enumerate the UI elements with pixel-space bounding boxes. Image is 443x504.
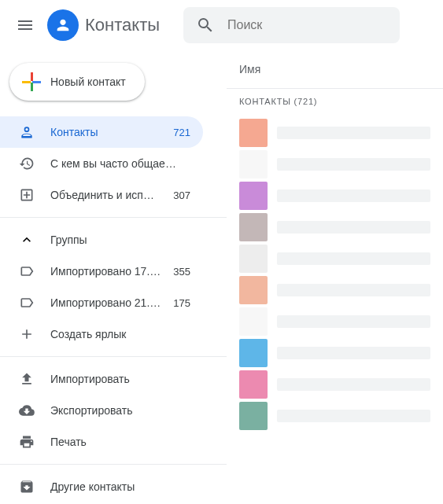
menu-button[interactable] [6,6,44,44]
search-icon [196,16,215,35]
export-icon [19,403,35,418]
sidebar-item-label: Импортировано 17.… [50,265,167,278]
hamburger-icon [16,16,35,35]
avatar [239,182,268,210]
avatar [239,307,268,336]
contact-name-redacted [277,410,430,422]
divider [0,464,227,465]
divider [0,356,227,357]
contact-list [227,117,443,432]
sidebar-item-label: С кем вы часто общае… [50,157,190,170]
avatar [239,339,268,367]
avatar [239,276,268,304]
person-outline-icon [19,124,35,140]
sidebar-item-count: 721 [173,127,190,138]
divider [0,217,227,218]
column-header-name: Имя [227,50,443,88]
sidebar-item-contacts[interactable]: Контакты 721 [0,116,203,148]
new-contact-label: Новый контакт [50,75,126,88]
contact-row[interactable] [227,306,443,337]
sidebar-item-label: Другие контакты [50,480,190,493]
archive-icon [19,479,35,495]
contact-name-redacted [277,158,430,171]
main: Имя КОНТАКТЫ (721) [227,50,443,504]
chevron-up-icon [19,232,35,248]
contact-name-redacted [277,127,430,139]
import-button[interactable]: Импортировать [0,363,203,395]
import-icon [19,371,35,387]
search-input[interactable] [227,18,387,32]
groups-label: Группы [50,234,87,246]
groups-header[interactable]: Группы [0,224,227,256]
search-bar[interactable] [183,7,400,43]
list-group-header: КОНТАКТЫ (721) [227,88,443,117]
sidebar-item-label: Импортировано 21.… [50,296,167,309]
contact-name-redacted [277,189,430,202]
sidebar-item-label: Создать ярлык [50,328,190,340]
contact-row[interactable] [227,149,443,180]
sidebar: Новый контакт Контакты 721 С кем вы част… [0,50,227,504]
contact-name-redacted [277,378,430,391]
sidebar-item-frequent[interactable]: С кем вы часто общае… [0,148,203,179]
topbar: Контакты [0,0,443,50]
avatar [239,402,268,430]
avatar [239,213,268,241]
contact-name-redacted [277,284,430,296]
export-button[interactable]: Экспортировать [0,395,203,426]
merge-fix-icon [19,187,35,203]
print-icon [19,434,35,450]
label-icon [19,295,35,311]
avatar [239,245,268,273]
sidebar-item-count: 355 [173,266,190,278]
contact-row[interactable] [227,274,443,306]
search-wrap [183,7,400,43]
sidebar-item-merge-fix[interactable]: Объединить и исп… 307 [0,179,203,211]
sidebar-item-label: Контакты [50,126,167,138]
contact-row[interactable] [227,337,443,369]
sidebar-item-label: Экспортировать [50,404,190,417]
print-button[interactable]: Печать [0,426,203,458]
history-icon [19,156,35,171]
contact-row[interactable] [227,180,443,212]
sidebar-item-count: 175 [173,297,190,309]
avatar [239,119,268,147]
contact-name-redacted [277,347,430,359]
create-label-button[interactable]: Создать ярлык [0,318,203,350]
body: Новый контакт Контакты 721 С кем вы част… [0,50,443,504]
new-contact-button[interactable]: Новый контакт [9,63,145,101]
contact-row[interactable] [227,369,443,400]
sidebar-label-item[interactable]: Импортировано 17.… 355 [0,256,203,287]
sidebar-item-label: Импортировать [50,373,190,385]
contact-name-redacted [277,315,430,328]
contact-name-redacted [277,221,430,234]
contact-row[interactable] [227,212,443,243]
person-icon [54,17,72,34]
sidebar-label-item[interactable]: Импортировано 21.… 175 [0,287,203,318]
sidebar-item-label: Объединить и исп… [50,189,167,201]
label-icon [19,263,35,279]
app-logo [47,9,79,41]
plus-small-icon [19,326,35,342]
other-contacts-button[interactable]: Другие контакты [0,471,203,502]
sidebar-item-count: 307 [173,189,190,201]
contact-name-redacted [277,252,430,265]
contact-row[interactable] [227,117,443,149]
sidebar-item-label: Печать [50,436,190,448]
app-title: Контакты [85,15,160,35]
contact-row[interactable] [227,243,443,274]
avatar [239,150,268,178]
plus-icon [22,72,41,91]
avatar [239,370,268,399]
contact-row[interactable] [227,400,443,432]
